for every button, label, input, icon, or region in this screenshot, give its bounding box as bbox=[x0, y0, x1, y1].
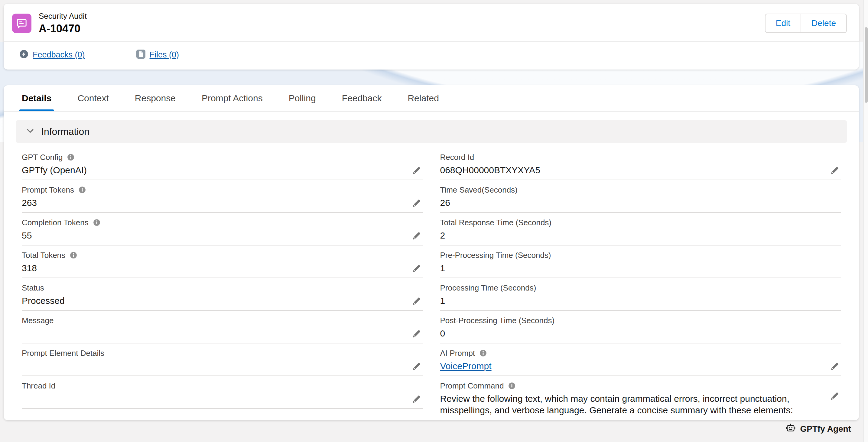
field-value: 55 bbox=[22, 230, 423, 241]
tab-prompt-actions[interactable]: Prompt Actions bbox=[202, 85, 263, 111]
files-link[interactable]: Files (0) bbox=[136, 50, 179, 60]
field-value bbox=[22, 360, 423, 372]
field-label: Pre-Processing Time (Seconds) bbox=[440, 251, 551, 260]
field-label: Prompt Command bbox=[440, 381, 504, 390]
feedback-icon bbox=[19, 50, 28, 60]
field-message: Message bbox=[22, 311, 423, 343]
edit-pencil-icon[interactable] bbox=[412, 264, 421, 273]
record-header-row: Security Audit A-10470 Edit Delete bbox=[4, 4, 859, 41]
record-name: A-10470 bbox=[39, 22, 87, 35]
field-thread-id: Thread Id bbox=[22, 376, 423, 409]
prompt-record-icon bbox=[12, 13, 31, 33]
files-link-label: Files (0) bbox=[150, 50, 179, 60]
gptfy-agent-button[interactable]: GPTfy Agent bbox=[800, 424, 851, 434]
field-label: Prompt Element Details bbox=[22, 349, 104, 358]
tab-feedback[interactable]: Feedback bbox=[342, 85, 382, 111]
page-footer: GPTfy Agent bbox=[0, 421, 868, 437]
field-post-processing-time: Post-Processing Time (Seconds) 0 bbox=[440, 311, 841, 343]
field-value: 068QH00000BTXYXYA5 bbox=[440, 164, 841, 176]
field-gpt-config: GPT Config GPTfy (OpenAI) bbox=[22, 148, 423, 180]
chevron-down-icon[interactable] bbox=[26, 127, 34, 136]
field-label: Post-Processing Time (Seconds) bbox=[440, 316, 555, 325]
record-header-text: Security Audit A-10470 bbox=[39, 11, 87, 35]
field-label: Record Id bbox=[440, 153, 474, 162]
tab-related[interactable]: Related bbox=[407, 85, 439, 111]
edit-pencil-icon[interactable] bbox=[412, 329, 421, 339]
info-icon[interactable] bbox=[479, 349, 487, 357]
info-icon[interactable] bbox=[78, 186, 86, 194]
info-icon[interactable] bbox=[93, 219, 101, 226]
field-label: AI Prompt bbox=[440, 349, 475, 358]
field-value bbox=[22, 328, 423, 339]
field-label: Time Saved(Seconds) bbox=[440, 185, 518, 195]
edit-button[interactable]: Edit bbox=[765, 13, 801, 33]
field-value: 1 bbox=[440, 295, 841, 307]
vertical-scrollbar[interactable] bbox=[863, 0, 868, 442]
edit-pencil-icon[interactable] bbox=[412, 297, 421, 306]
info-icon[interactable] bbox=[67, 153, 75, 161]
delete-button[interactable]: Delete bbox=[801, 13, 847, 33]
fields-right-column: Record Id 068QH00000BTXYXYA5 Time Saved(… bbox=[440, 148, 841, 420]
tab-details[interactable]: Details bbox=[22, 85, 52, 111]
tab-polling[interactable]: Polling bbox=[289, 85, 316, 111]
field-record-id: Record Id 068QH00000BTXYXYA5 bbox=[440, 148, 841, 180]
field-prompt-tokens: Prompt Tokens 263 bbox=[22, 180, 423, 213]
field-label: Total Tokens bbox=[22, 251, 65, 260]
edit-pencil-icon[interactable] bbox=[412, 395, 421, 404]
feedbacks-link-label: Feedbacks (0) bbox=[33, 50, 85, 60]
record-type-label: Security Audit bbox=[39, 11, 87, 21]
detail-tabs-bar: Details Context Response Prompt Actions … bbox=[4, 85, 859, 112]
field-value: 1 bbox=[440, 262, 841, 274]
field-total-response-time: Total Response Time (Seconds) 2 bbox=[440, 213, 841, 246]
edit-pencil-icon[interactable] bbox=[830, 362, 839, 371]
field-value: 26 bbox=[440, 197, 841, 209]
field-ai-prompt: AI Prompt VoicePrompt bbox=[440, 343, 841, 376]
field-prompt-element-details: Prompt Element Details bbox=[22, 343, 423, 376]
section-title: Information bbox=[41, 126, 90, 137]
field-pre-processing-time: Pre-Processing Time (Seconds) 1 bbox=[440, 246, 841, 278]
field-status: Status Processed bbox=[22, 278, 423, 311]
field-value: 318 bbox=[22, 262, 423, 274]
edit-pencil-icon[interactable] bbox=[830, 392, 839, 401]
field-label: Thread Id bbox=[22, 381, 55, 390]
field-value bbox=[22, 393, 423, 405]
field-completion-tokens: Completion Tokens 55 bbox=[22, 213, 423, 246]
edit-pencil-icon[interactable] bbox=[412, 199, 421, 208]
field-value: 263 bbox=[22, 197, 423, 209]
tab-response[interactable]: Response bbox=[135, 85, 176, 111]
record-actions: Edit Delete bbox=[765, 13, 847, 33]
field-value: 2 bbox=[440, 230, 841, 241]
information-fields: GPT Config GPTfy (OpenAI) Prompt Tokens bbox=[4, 143, 859, 420]
edit-pencil-icon[interactable] bbox=[412, 166, 421, 175]
info-icon[interactable] bbox=[69, 251, 78, 259]
field-value: 0 bbox=[440, 328, 841, 339]
related-quick-links: Feedbacks (0) Files (0) bbox=[4, 41, 859, 69]
ai-prompt-link[interactable]: VoicePrompt bbox=[440, 360, 516, 372]
field-label: Prompt Tokens bbox=[22, 185, 74, 195]
info-icon[interactable] bbox=[508, 382, 516, 390]
record-detail-card: Details Context Response Prompt Actions … bbox=[4, 85, 859, 420]
field-value: Processed bbox=[22, 295, 423, 307]
edit-pencil-icon[interactable] bbox=[830, 166, 839, 175]
feedbacks-link[interactable]: Feedbacks (0) bbox=[19, 50, 85, 60]
information-section-header[interactable]: Information bbox=[16, 120, 847, 143]
robot-icon bbox=[785, 423, 796, 435]
field-prompt-command: Prompt Command Review the following text… bbox=[440, 376, 841, 420]
field-value: Review the following text, which may con… bbox=[440, 393, 841, 416]
edit-pencil-icon[interactable] bbox=[412, 362, 421, 371]
field-total-tokens: Total Tokens 318 bbox=[22, 246, 423, 278]
tab-context[interactable]: Context bbox=[78, 85, 108, 111]
field-label: Completion Tokens bbox=[22, 218, 89, 227]
field-label: Processing Time (Seconds) bbox=[440, 283, 536, 293]
field-label: GPT Config bbox=[22, 153, 63, 162]
field-processing-time: Processing Time (Seconds) 1 bbox=[440, 278, 841, 311]
record-header-card: Security Audit A-10470 Edit Delete Feedb… bbox=[4, 4, 859, 69]
edit-pencil-icon[interactable] bbox=[412, 231, 421, 241]
field-label: Total Response Time (Seconds) bbox=[440, 218, 552, 227]
scrollbar-thumb[interactable] bbox=[865, 27, 868, 103]
file-icon bbox=[136, 50, 146, 60]
field-time-saved: Time Saved(Seconds) 26 bbox=[440, 180, 841, 213]
field-value: GPTfy (OpenAI) bbox=[22, 164, 423, 176]
field-label: Message bbox=[22, 316, 54, 325]
fields-left-column: GPT Config GPTfy (OpenAI) Prompt Tokens bbox=[22, 148, 423, 420]
